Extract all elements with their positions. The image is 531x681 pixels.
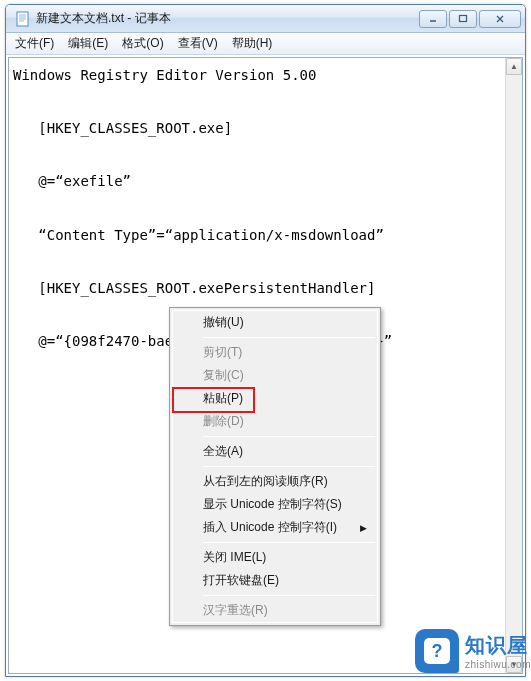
watermark-text: 知识屋 zhishiwu.com [465, 632, 531, 670]
menubar: 文件(F) 编辑(E) 格式(O) 查看(V) 帮助(H) [6, 33, 525, 55]
vertical-scrollbar[interactable]: ▲ ▼ [505, 58, 522, 673]
menu-view[interactable]: 查看(V) [171, 33, 225, 54]
menu-item-label: 插入 Unicode 控制字符(I) [203, 519, 337, 536]
svg-rect-6 [460, 15, 467, 21]
watermark-subtitle: zhishiwu.com [465, 659, 531, 670]
watermark-title: 知识屋 [465, 632, 531, 659]
menu-separator [203, 466, 375, 467]
menu-undo[interactable]: 撤销(U) [173, 311, 377, 334]
menu-edit[interactable]: 编辑(E) [61, 33, 115, 54]
menu-show-unicode[interactable]: 显示 Unicode 控制字符(S) [173, 493, 377, 516]
menu-separator [203, 436, 375, 437]
menu-soft-keyboard[interactable]: 打开软键盘(E) [173, 569, 377, 592]
menu-select-all[interactable]: 全选(A) [173, 440, 377, 463]
maximize-button[interactable] [449, 10, 477, 28]
menu-copy[interactable]: 复制(C) [173, 364, 377, 387]
menu-file[interactable]: 文件(F) [8, 33, 61, 54]
window-title: 新建文本文档.txt - 记事本 [36, 10, 419, 27]
close-button[interactable] [479, 10, 521, 28]
menu-separator [203, 595, 375, 596]
titlebar[interactable]: 新建文本文档.txt - 记事本 [6, 5, 525, 33]
menu-separator [203, 542, 375, 543]
menu-insert-unicode[interactable]: 插入 Unicode 控制字符(I)▶ [173, 516, 377, 539]
menu-cut[interactable]: 剪切(T) [173, 341, 377, 364]
scroll-up-arrow[interactable]: ▲ [506, 58, 522, 75]
menu-close-ime[interactable]: 关闭 IME(L) [173, 546, 377, 569]
submenu-arrow-icon: ▶ [360, 523, 367, 533]
menu-format[interactable]: 格式(O) [115, 33, 170, 54]
menu-paste[interactable]: 粘贴(P) [173, 387, 377, 410]
minimize-button[interactable] [419, 10, 447, 28]
watermark-icon [415, 629, 459, 673]
window-controls [419, 10, 521, 28]
watermark: 知识屋 zhishiwu.com [415, 629, 531, 673]
menu-delete[interactable]: 删除(D) [173, 410, 377, 433]
menu-separator [203, 337, 375, 338]
notepad-icon [15, 11, 31, 27]
menu-reconvert[interactable]: 汉字重选(R) [173, 599, 377, 622]
menu-help[interactable]: 帮助(H) [225, 33, 280, 54]
menu-rtl-reading[interactable]: 从右到左的阅读顺序(R) [173, 470, 377, 493]
context-menu: 撤销(U) 剪切(T) 复制(C) 粘贴(P) 删除(D) 全选(A) 从右到左… [169, 307, 381, 626]
